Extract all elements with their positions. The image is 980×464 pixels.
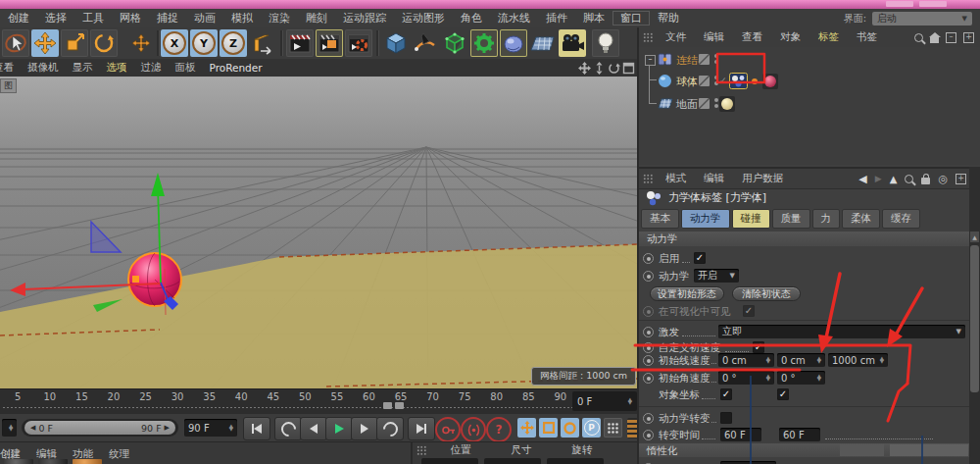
record-rotation-toggle[interactable] [561,418,579,438]
tab-mass[interactable]: 质量 [772,209,810,229]
angular-velocity-x-field[interactable]: 0 ° ▲▼ [718,371,774,385]
keyframe-circle-icon[interactable] [643,271,654,282]
angular-velocity-y-field[interactable]: 0 ° ▲▼ [777,371,825,385]
visibility-dots-icon[interactable] [714,54,718,65]
playback-range-slider[interactable]: ◀ 0 F 90 F ▶ [22,419,178,437]
tab-cache[interactable]: 缓存 [882,209,920,229]
next-frame-button[interactable] [351,417,378,440]
window-maximize-button[interactable] [919,1,947,7]
menu-create[interactable]: 创建 [0,11,37,26]
enabled-checkbox[interactable] [694,252,706,264]
menu-motion-tracker[interactable]: 运动跟踪 [335,11,394,26]
transition-time-field-1[interactable]: 60 F [720,428,761,441]
record-pla-toggle[interactable] [604,418,622,438]
preview-range-grip[interactable] [395,402,404,409]
axis-plane-handle[interactable] [132,276,139,283]
set-initial-state-button[interactable]: 设置初始形态 [650,286,724,301]
goto-start-button[interactable] [243,417,270,440]
layer-box-icon[interactable] [699,98,710,109]
floor-object-button[interactable] [529,29,557,57]
keyframe-circle-icon[interactable] [643,327,654,337]
menu-plugins[interactable]: 插件 [538,11,575,26]
om-menu-file[interactable]: 文件 [657,30,695,44]
attr-menu-edit[interactable]: 编辑 [695,172,733,185]
range-right-arrow-icon[interactable]: ▶ [165,424,170,432]
end-frame-field[interactable]: 90 F ▲▼ [184,419,237,437]
viewport-menu-filter[interactable]: 过滤 [134,61,169,75]
keyframe-circle-icon[interactable] [643,253,654,264]
material-thumbnail[interactable] [4,459,33,464]
menu-simulate[interactable]: 模拟 [223,11,261,26]
home-icon[interactable] [930,37,939,43]
play-button[interactable] [325,417,353,440]
keyframe-circle-icon[interactable] [643,306,654,317]
lock-icon[interactable] [921,178,930,184]
panel-grip-icon[interactable] [643,174,653,183]
coords-field[interactable] [547,458,604,464]
object-name[interactable]: 地面 [676,97,698,112]
dynamic-dropdown[interactable]: 开启 ▼ [694,269,739,283]
spline-pen-button[interactable] [412,29,439,57]
view-rotate-icon[interactable] [608,62,620,75]
om-menu-objects[interactable]: 对象 [771,30,809,44]
rotate-tool[interactable] [90,29,118,57]
history-back-icon[interactable]: ◀ [858,173,866,185]
visibility-dots-icon[interactable] [714,98,718,109]
view-zoom-icon[interactable] [593,62,606,75]
attribute-scrollbar[interactable]: ▲ [969,167,980,464]
material-thumbnail[interactable] [38,459,68,464]
menu-window[interactable]: 窗口 [612,11,650,26]
menu-mograph[interactable]: 运动图形 [394,11,453,26]
object-name[interactable]: 球体 [676,75,698,89]
coords-field[interactable] [484,458,541,464]
search-icon[interactable] [914,33,923,42]
generators-button[interactable] [470,29,498,57]
lock-z-axis[interactable]: Z [220,29,247,57]
tab-soft-body[interactable]: 柔体 [842,209,880,229]
viewport-menu-cameras[interactable]: 摄像机 [21,61,66,75]
stepper-icon[interactable]: ▲▼ [877,357,884,364]
transition-checkbox[interactable] [720,412,732,424]
play-loop-button[interactable] [376,417,404,440]
coordinate-system-button[interactable] [249,29,276,57]
record-scale-toggle[interactable] [539,418,558,438]
trigger-dropdown[interactable]: 立即 ▼ [718,325,965,338]
render-view-button[interactable] [286,29,314,57]
dynamics-body-tag-icon[interactable] [729,73,748,89]
linear-velocity-x-field[interactable]: 0 cm ▲▼ [718,353,774,367]
object-row-floor[interactable]: 地面 [639,95,980,113]
record-position-toggle[interactable] [517,418,536,438]
transition-time-field-2[interactable]: 60 F [779,428,820,441]
clear-initial-state-button[interactable]: 清除初状态 [732,286,801,301]
menu-animate[interactable]: 动画 [186,11,223,26]
tab-force[interactable]: 力 [812,209,841,229]
live-selection-tool[interactable] [2,29,29,57]
om-menu-bookmarks[interactable]: 书签 [848,30,886,44]
deactivation-section-header[interactable]: 惰性化 [639,443,969,457]
last-used-tool[interactable] [127,29,155,57]
preview-range-grip[interactable] [383,402,392,409]
panel-expand-icon[interactable]: + [956,174,966,184]
window-minimize-button[interactable] [886,1,913,7]
stepper-icon[interactable]: ▲▼ [814,375,821,382]
collapse-icon[interactable]: – [645,55,656,66]
scale-tool[interactable] [61,29,88,57]
keyframe-selection-button[interactable]: ? [486,417,512,442]
previous-frame-button[interactable] [300,417,327,440]
vertical-splitter[interactable] [637,27,639,464]
object-coords-checkbox-2[interactable] [777,388,789,400]
view-maximize-icon[interactable] [622,62,635,75]
subdivision-surface-button[interactable] [441,29,468,57]
linear-velocity-y-field[interactable]: 0 cm ▲▼ [777,353,825,367]
render-settings-button[interactable] [345,29,372,57]
scrollbar-thumb[interactable] [970,245,979,392]
viewport-menu-panel[interactable]: 面板 [169,61,203,75]
lock-x-axis[interactable]: X [161,29,188,57]
om-menu-view[interactable]: 查看 [733,30,771,44]
viewport-menu-display[interactable]: 显示 [66,61,100,75]
menu-help[interactable]: 帮助 [650,11,687,26]
visibility-dots-icon[interactable] [714,76,718,86]
search-icon[interactable] [905,175,913,183]
menu-character[interactable]: 角色 [453,11,490,26]
menu-tools[interactable]: 工具 [74,11,112,26]
